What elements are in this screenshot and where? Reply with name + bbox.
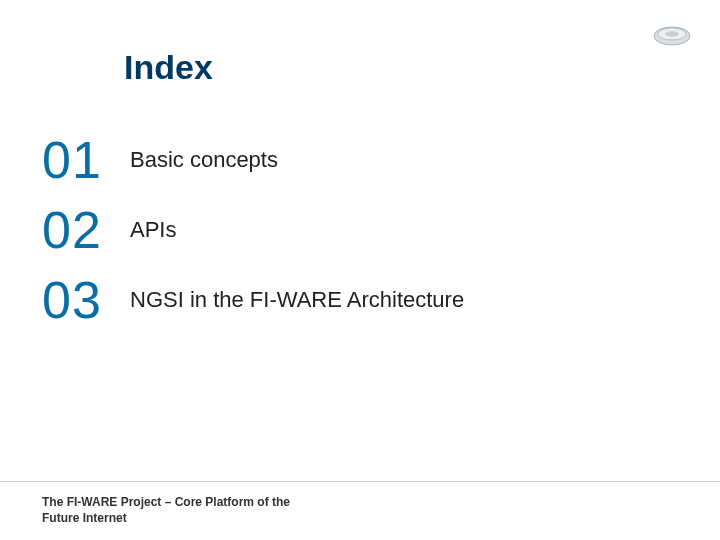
item-number: 01 — [42, 130, 124, 190]
list-item: 02 APIs — [42, 200, 464, 260]
logo-icon — [652, 22, 692, 54]
slide: Index 01 Basic concepts 02 APIs 03 NGSI … — [0, 0, 720, 540]
item-number: 02 — [42, 200, 124, 260]
index-list: 01 Basic concepts 02 APIs 03 NGSI in the… — [42, 130, 464, 340]
item-number: 03 — [42, 270, 124, 330]
item-label: Basic concepts — [130, 147, 278, 173]
item-label: NGSI in the FI-WARE Architecture — [130, 287, 464, 313]
footer-line-2: Future Internet — [42, 510, 290, 526]
footer-line-1: The FI-WARE Project – Core Platform of t… — [42, 494, 290, 510]
list-item: 03 NGSI in the FI-WARE Architecture — [42, 270, 464, 330]
item-label: APIs — [130, 217, 176, 243]
page-title: Index — [124, 48, 213, 87]
divider — [0, 481, 720, 482]
footer-text: The FI-WARE Project – Core Platform of t… — [42, 494, 290, 526]
svg-point-2 — [665, 31, 679, 37]
list-item: 01 Basic concepts — [42, 130, 464, 190]
